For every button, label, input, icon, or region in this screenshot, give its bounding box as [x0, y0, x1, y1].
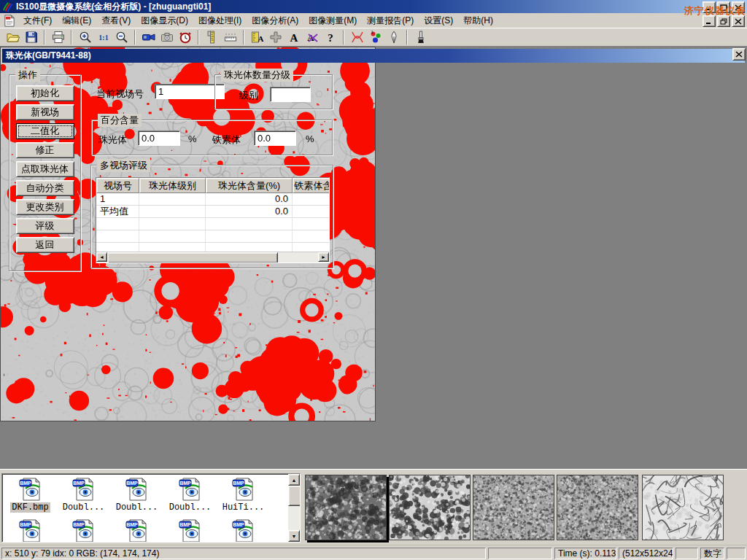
table-cell [139, 206, 206, 217]
scroll-right-button[interactable]: ► [318, 252, 329, 262]
table-row-4[interactable] [96, 230, 329, 243]
menu-item-7[interactable]: 图像测量(M) [303, 12, 362, 29]
dialog-title-bar[interactable]: 珠光体(GB/T9441-88) [2, 49, 745, 63]
menu-item-4[interactable]: 图像显示(D) [136, 12, 193, 29]
table-horizontal-scrollbar[interactable]: ◄ ► [96, 252, 329, 262]
ferrite-percent-sign: % [306, 133, 314, 144]
print-icon [51, 30, 66, 44]
calibration-cross-button[interactable] [266, 28, 285, 46]
file-item-DKF.bmp[interactable]: BMPDKF.bmp [4, 477, 57, 513]
document-icon[interactable] [3, 15, 15, 27]
multifield-table[interactable]: 视场号珠光体级别珠光体含量(%)铁素体含量(%) 10.0平均值0.0 ◄ ► [96, 177, 330, 263]
pearlite-percent-input[interactable] [138, 131, 180, 146]
help-button[interactable]: ? [321, 28, 339, 46]
op-button-二值化[interactable]: 二值化 [16, 123, 74, 139]
curve-edit-button[interactable] [348, 28, 366, 46]
file-list[interactable]: BMPDKF.bmpBMPDoubl...BMPDoubl...BMPDoubl… [1, 473, 301, 542]
video-camera-button[interactable] [139, 28, 158, 46]
op-button-初始化[interactable]: 初始化 [16, 85, 74, 101]
file-item-HuiTi...[interactable]: BMPHuiTi... [217, 477, 270, 513]
menu-item-10[interactable]: 帮助(H) [458, 12, 498, 29]
table-row-3[interactable] [96, 218, 329, 230]
scroll-thumb[interactable] [107, 252, 278, 263]
save-icon [24, 30, 39, 44]
table-row-1[interactable]: 10.0 [96, 193, 329, 206]
op-button-返回[interactable]: 返回 [16, 237, 74, 253]
bmp-file-icon: BMP [231, 477, 256, 502]
open-button[interactable] [4, 28, 22, 46]
measure-scale-button[interactable]: A [248, 28, 266, 46]
pearlite-percent-sign: % [188, 133, 197, 144]
file-item-Doubl...[interactable]: BMPDoubl... [57, 477, 110, 513]
status-panel-empty [488, 548, 552, 559]
menu-item-1[interactable]: 文件(F) [18, 12, 57, 29]
actual-size-icon: 1:1 [96, 30, 111, 44]
file-item-partial[interactable]: BMP [110, 518, 163, 542]
op-button-修正[interactable]: 修正 [16, 142, 74, 158]
delete-text-button[interactable]: A [303, 28, 321, 46]
file-item-partial[interactable]: BMP [57, 518, 110, 542]
table-header-4[interactable]: 铁素体含量(%) [293, 178, 330, 193]
scroll-up-button[interactable]: ▲ [288, 474, 300, 486]
zoom-in-button[interactable] [76, 28, 94, 46]
title-bar: IS100显微摄像系统(金相分析版) - [zhuguangti01] [0, 0, 747, 13]
table-header-3[interactable]: 珠光体含量(%) [206, 178, 293, 193]
camera-button[interactable] [158, 28, 176, 46]
clock-button[interactable] [176, 28, 194, 46]
thumbnail-1[interactable] [305, 475, 387, 540]
thumbnail-2[interactable] [389, 475, 471, 540]
menu-item-5[interactable]: 图像处理(I) [193, 12, 247, 29]
table-cell [206, 230, 293, 242]
vendor-watermark: 济宁仪器仪表 [684, 4, 746, 18]
ruler-button[interactable] [221, 28, 239, 46]
table-row-2[interactable]: 平均值0.0 [96, 206, 329, 218]
brush-button[interactable] [411, 28, 430, 46]
menu-item-3[interactable]: 查看(V) [96, 12, 136, 29]
op-button-评级[interactable]: 评级 [16, 218, 74, 234]
workspace: 珠光体(GB/T9441-88) 操作 初始化新视场二值化修正点取珠光体自动分类… [0, 47, 747, 469]
actual-size-button[interactable]: 1:1 [94, 28, 112, 46]
video-camera-icon [142, 30, 156, 44]
caliper-button[interactable] [203, 28, 221, 46]
menu-item-9[interactable]: 设置(S) [419, 12, 458, 29]
percent-group: 百分含量 珠光体 % 铁素体 % [91, 120, 333, 155]
text-button[interactable]: A [285, 28, 303, 46]
svg-text:BMP: BMP [20, 522, 31, 527]
file-item-partial[interactable]: BMP [4, 518, 57, 542]
zoom-out-button[interactable] [112, 28, 131, 46]
thumbnail-4[interactable] [557, 475, 638, 540]
pen-button[interactable] [384, 28, 403, 46]
dialog-close-button[interactable] [732, 48, 746, 61]
file-item-Doubl...[interactable]: BMPDoubl... [163, 477, 217, 513]
scroll-left-button[interactable]: ◄ [96, 252, 107, 262]
scroll-down-button[interactable]: ▼ [288, 530, 300, 542]
thumbnail-5[interactable] [642, 475, 724, 540]
save-button[interactable] [22, 28, 40, 46]
menu-bar: 文件(F)编辑(E)查看(V)图像显示(D)图像处理(I)图像分析(A)图像测量… [0, 13, 747, 28]
op-button-点取珠光体[interactable]: 点取珠光体 [16, 161, 74, 177]
toolbar-separator [44, 30, 45, 44]
table-header-1[interactable]: 视场号 [96, 178, 139, 193]
file-item-Doubl...[interactable]: BMPDoubl... [110, 477, 163, 513]
camera-icon [160, 30, 174, 44]
curve-edit-icon [350, 30, 365, 44]
print-button[interactable] [49, 28, 67, 46]
ferrite-percent-input[interactable] [254, 131, 296, 146]
table-header-2[interactable]: 珠光体级别 [139, 178, 206, 193]
file-item-partial[interactable]: BMP [217, 518, 270, 542]
menu-item-6[interactable]: 图像分析(A) [247, 12, 303, 29]
table-cell [139, 218, 206, 230]
menu-item-8[interactable]: 测量报告(P) [362, 12, 419, 29]
level-input[interactable] [270, 87, 311, 102]
file-item-partial[interactable]: BMP [163, 518, 217, 542]
op-button-新视场[interactable]: 新视场 [16, 104, 74, 120]
classify-dots-button[interactable]: 1 [366, 28, 384, 46]
table-cell [96, 218, 139, 230]
thumbnail-3[interactable] [473, 475, 554, 540]
ruler-icon [223, 30, 238, 44]
menu-item-2[interactable]: 编辑(E) [57, 12, 96, 29]
op-button-自动分类[interactable]: 自动分类 [16, 180, 74, 196]
window-title: IS100显微摄像系统(金相分析版) - [zhuguangti01] [16, 1, 211, 13]
file-list-scrollbar[interactable]: ▲ ▼ [288, 474, 300, 542]
op-button-更改类别[interactable]: 更改类别 [16, 199, 74, 215]
